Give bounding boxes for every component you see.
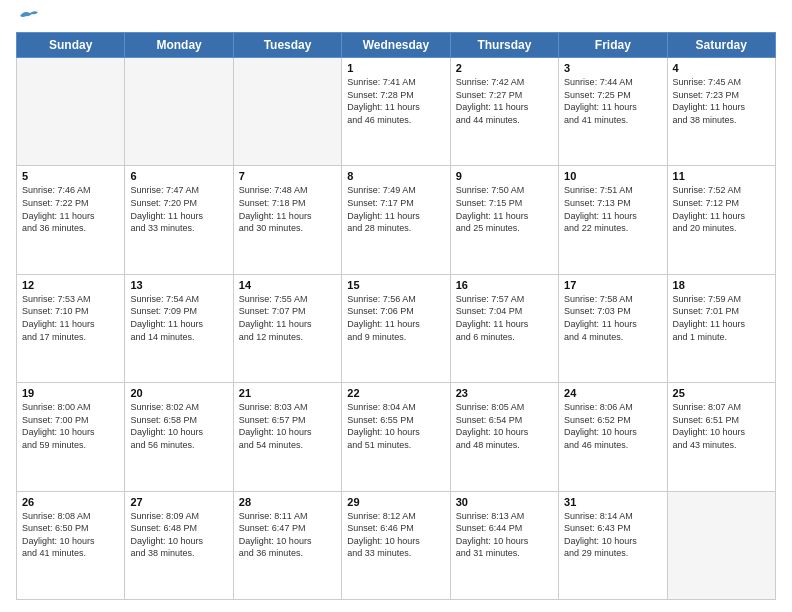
calendar-cell: 9Sunrise: 7:50 AM Sunset: 7:15 PM Daylig… xyxy=(450,166,558,274)
calendar-cell xyxy=(233,58,341,166)
calendar-cell: 16Sunrise: 7:57 AM Sunset: 7:04 PM Dayli… xyxy=(450,274,558,382)
day-info: Sunrise: 7:53 AM Sunset: 7:10 PM Dayligh… xyxy=(22,293,119,343)
day-info: Sunrise: 8:14 AM Sunset: 6:43 PM Dayligh… xyxy=(564,510,661,560)
weekday-header-saturday: Saturday xyxy=(667,33,775,58)
day-number: 6 xyxy=(130,170,227,182)
weekday-header-wednesday: Wednesday xyxy=(342,33,450,58)
day-info: Sunrise: 7:52 AM Sunset: 7:12 PM Dayligh… xyxy=(673,184,770,234)
day-info: Sunrise: 8:05 AM Sunset: 6:54 PM Dayligh… xyxy=(456,401,553,451)
day-info: Sunrise: 7:42 AM Sunset: 7:27 PM Dayligh… xyxy=(456,76,553,126)
calendar-cell: 3Sunrise: 7:44 AM Sunset: 7:25 PM Daylig… xyxy=(559,58,667,166)
day-info: Sunrise: 7:49 AM Sunset: 7:17 PM Dayligh… xyxy=(347,184,444,234)
day-info: Sunrise: 8:09 AM Sunset: 6:48 PM Dayligh… xyxy=(130,510,227,560)
header xyxy=(16,12,776,24)
day-number: 18 xyxy=(673,279,770,291)
day-info: Sunrise: 8:02 AM Sunset: 6:58 PM Dayligh… xyxy=(130,401,227,451)
calendar-cell: 18Sunrise: 7:59 AM Sunset: 7:01 PM Dayli… xyxy=(667,274,775,382)
page: SundayMondayTuesdayWednesdayThursdayFrid… xyxy=(0,0,792,612)
day-number: 3 xyxy=(564,62,661,74)
day-info: Sunrise: 7:46 AM Sunset: 7:22 PM Dayligh… xyxy=(22,184,119,234)
calendar-cell xyxy=(125,58,233,166)
day-info: Sunrise: 7:54 AM Sunset: 7:09 PM Dayligh… xyxy=(130,293,227,343)
calendar-cell: 29Sunrise: 8:12 AM Sunset: 6:46 PM Dayli… xyxy=(342,491,450,599)
day-info: Sunrise: 8:00 AM Sunset: 7:00 PM Dayligh… xyxy=(22,401,119,451)
day-info: Sunrise: 8:08 AM Sunset: 6:50 PM Dayligh… xyxy=(22,510,119,560)
calendar-cell: 30Sunrise: 8:13 AM Sunset: 6:44 PM Dayli… xyxy=(450,491,558,599)
calendar-cell: 28Sunrise: 8:11 AM Sunset: 6:47 PM Dayli… xyxy=(233,491,341,599)
calendar-cell: 12Sunrise: 7:53 AM Sunset: 7:10 PM Dayli… xyxy=(17,274,125,382)
calendar-cell: 22Sunrise: 8:04 AM Sunset: 6:55 PM Dayli… xyxy=(342,383,450,491)
calendar-cell: 10Sunrise: 7:51 AM Sunset: 7:13 PM Dayli… xyxy=(559,166,667,274)
day-number: 9 xyxy=(456,170,553,182)
calendar-cell: 8Sunrise: 7:49 AM Sunset: 7:17 PM Daylig… xyxy=(342,166,450,274)
day-number: 21 xyxy=(239,387,336,399)
day-number: 8 xyxy=(347,170,444,182)
day-number: 2 xyxy=(456,62,553,74)
day-info: Sunrise: 7:44 AM Sunset: 7:25 PM Dayligh… xyxy=(564,76,661,126)
calendar-table: SundayMondayTuesdayWednesdayThursdayFrid… xyxy=(16,32,776,600)
weekday-header-tuesday: Tuesday xyxy=(233,33,341,58)
day-info: Sunrise: 7:45 AM Sunset: 7:23 PM Dayligh… xyxy=(673,76,770,126)
day-info: Sunrise: 8:13 AM Sunset: 6:44 PM Dayligh… xyxy=(456,510,553,560)
calendar-cell: 25Sunrise: 8:07 AM Sunset: 6:51 PM Dayli… xyxy=(667,383,775,491)
calendar-cell: 2Sunrise: 7:42 AM Sunset: 7:27 PM Daylig… xyxy=(450,58,558,166)
day-number: 24 xyxy=(564,387,661,399)
day-info: Sunrise: 7:55 AM Sunset: 7:07 PM Dayligh… xyxy=(239,293,336,343)
day-number: 14 xyxy=(239,279,336,291)
calendar-cell: 11Sunrise: 7:52 AM Sunset: 7:12 PM Dayli… xyxy=(667,166,775,274)
day-number: 4 xyxy=(673,62,770,74)
day-info: Sunrise: 8:06 AM Sunset: 6:52 PM Dayligh… xyxy=(564,401,661,451)
calendar-cell: 31Sunrise: 8:14 AM Sunset: 6:43 PM Dayli… xyxy=(559,491,667,599)
day-number: 11 xyxy=(673,170,770,182)
logo-bird-icon xyxy=(18,8,40,24)
calendar-cell xyxy=(17,58,125,166)
day-info: Sunrise: 7:57 AM Sunset: 7:04 PM Dayligh… xyxy=(456,293,553,343)
day-info: Sunrise: 7:58 AM Sunset: 7:03 PM Dayligh… xyxy=(564,293,661,343)
calendar-cell: 4Sunrise: 7:45 AM Sunset: 7:23 PM Daylig… xyxy=(667,58,775,166)
logo xyxy=(16,12,40,24)
day-number: 28 xyxy=(239,496,336,508)
calendar-cell: 15Sunrise: 7:56 AM Sunset: 7:06 PM Dayli… xyxy=(342,274,450,382)
calendar-cell: 13Sunrise: 7:54 AM Sunset: 7:09 PM Dayli… xyxy=(125,274,233,382)
weekday-header-sunday: Sunday xyxy=(17,33,125,58)
week-row-2: 5Sunrise: 7:46 AM Sunset: 7:22 PM Daylig… xyxy=(17,166,776,274)
day-number: 5 xyxy=(22,170,119,182)
day-number: 7 xyxy=(239,170,336,182)
calendar-cell: 14Sunrise: 7:55 AM Sunset: 7:07 PM Dayli… xyxy=(233,274,341,382)
calendar-cell: 20Sunrise: 8:02 AM Sunset: 6:58 PM Dayli… xyxy=(125,383,233,491)
day-info: Sunrise: 8:04 AM Sunset: 6:55 PM Dayligh… xyxy=(347,401,444,451)
weekday-header-monday: Monday xyxy=(125,33,233,58)
day-info: Sunrise: 7:56 AM Sunset: 7:06 PM Dayligh… xyxy=(347,293,444,343)
day-number: 29 xyxy=(347,496,444,508)
day-number: 23 xyxy=(456,387,553,399)
day-info: Sunrise: 8:11 AM Sunset: 6:47 PM Dayligh… xyxy=(239,510,336,560)
calendar-cell: 19Sunrise: 8:00 AM Sunset: 7:00 PM Dayli… xyxy=(17,383,125,491)
calendar-cell: 1Sunrise: 7:41 AM Sunset: 7:28 PM Daylig… xyxy=(342,58,450,166)
weekday-header-friday: Friday xyxy=(559,33,667,58)
day-info: Sunrise: 8:07 AM Sunset: 6:51 PM Dayligh… xyxy=(673,401,770,451)
calendar-cell: 21Sunrise: 8:03 AM Sunset: 6:57 PM Dayli… xyxy=(233,383,341,491)
calendar-cell: 6Sunrise: 7:47 AM Sunset: 7:20 PM Daylig… xyxy=(125,166,233,274)
calendar-cell: 5Sunrise: 7:46 AM Sunset: 7:22 PM Daylig… xyxy=(17,166,125,274)
day-number: 17 xyxy=(564,279,661,291)
day-number: 31 xyxy=(564,496,661,508)
day-number: 1 xyxy=(347,62,444,74)
day-number: 30 xyxy=(456,496,553,508)
day-info: Sunrise: 7:51 AM Sunset: 7:13 PM Dayligh… xyxy=(564,184,661,234)
day-number: 13 xyxy=(130,279,227,291)
calendar-cell: 23Sunrise: 8:05 AM Sunset: 6:54 PM Dayli… xyxy=(450,383,558,491)
week-row-5: 26Sunrise: 8:08 AM Sunset: 6:50 PM Dayli… xyxy=(17,491,776,599)
day-info: Sunrise: 7:48 AM Sunset: 7:18 PM Dayligh… xyxy=(239,184,336,234)
day-number: 12 xyxy=(22,279,119,291)
day-info: Sunrise: 8:03 AM Sunset: 6:57 PM Dayligh… xyxy=(239,401,336,451)
day-info: Sunrise: 7:41 AM Sunset: 7:28 PM Dayligh… xyxy=(347,76,444,126)
day-number: 25 xyxy=(673,387,770,399)
calendar-cell: 7Sunrise: 7:48 AM Sunset: 7:18 PM Daylig… xyxy=(233,166,341,274)
week-row-3: 12Sunrise: 7:53 AM Sunset: 7:10 PM Dayli… xyxy=(17,274,776,382)
day-info: Sunrise: 7:59 AM Sunset: 7:01 PM Dayligh… xyxy=(673,293,770,343)
weekday-header-thursday: Thursday xyxy=(450,33,558,58)
day-number: 16 xyxy=(456,279,553,291)
calendar-cell: 24Sunrise: 8:06 AM Sunset: 6:52 PM Dayli… xyxy=(559,383,667,491)
calendar-cell: 17Sunrise: 7:58 AM Sunset: 7:03 PM Dayli… xyxy=(559,274,667,382)
day-info: Sunrise: 7:50 AM Sunset: 7:15 PM Dayligh… xyxy=(456,184,553,234)
